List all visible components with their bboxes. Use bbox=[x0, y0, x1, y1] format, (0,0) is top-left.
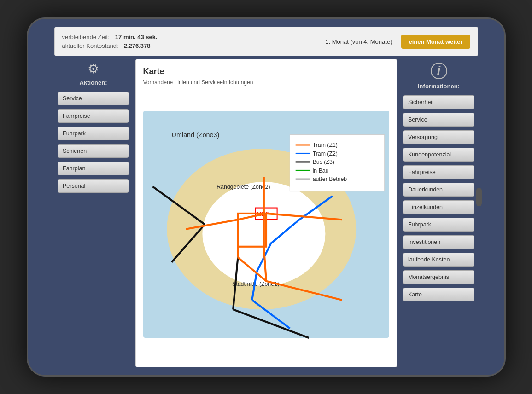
action-fahrplan-button[interactable]: Fahrplan bbox=[58, 162, 129, 175]
info-versorgung-button[interactable]: Versorgung bbox=[403, 130, 474, 144]
time-value: 17 min. 43 sek. bbox=[115, 34, 158, 41]
tablet-frame: verbleibende Zeit: 17 min. 43 sek. aktue… bbox=[27, 17, 506, 377]
svg-text:Umland (Zone3): Umland (Zone3) bbox=[171, 131, 219, 139]
balance-value: 2.276.378 bbox=[124, 42, 151, 49]
action-schienen-button[interactable]: Schienen bbox=[58, 144, 129, 158]
sidebar-left: ⚙ Aktionen: Service Fahrpreise Fuhrpark … bbox=[54, 59, 133, 367]
time-label: verbleibende Zeit: bbox=[62, 34, 110, 41]
month-info: 1. Monat (von 4. Monate) bbox=[325, 38, 392, 45]
header-bar: verbleibende Zeit: 17 min. 43 sek. aktue… bbox=[54, 27, 478, 56]
info-service-button[interactable]: Service bbox=[403, 113, 474, 127]
svg-text:außer Betrieb: außer Betrieb bbox=[312, 176, 347, 182]
gear-icon: ⚙ bbox=[88, 63, 99, 75]
info-karte-button[interactable]: Karte bbox=[403, 288, 474, 301]
scrollbar[interactable] bbox=[476, 188, 482, 206]
header-right: 1. Monat (von 4. Monate) einen Monat wei… bbox=[325, 35, 470, 49]
action-personal-button[interactable]: Personal bbox=[58, 179, 129, 193]
map-container: Umland (Zone3) Randgebiete (Zone2) Stadt… bbox=[143, 89, 389, 359]
aktionen-title: Aktionen: bbox=[80, 79, 107, 86]
map-subtitle: Vorhandene Linien und Serviceeinrichtung… bbox=[143, 79, 389, 86]
svg-text:in Bau: in Bau bbox=[312, 168, 328, 174]
info-fuhrpark-button[interactable]: Fuhrpark bbox=[403, 218, 474, 232]
info-investitionen-button[interactable]: Investitionen bbox=[403, 235, 474, 249]
balance-label: aktueller Kontostand: bbox=[62, 42, 118, 49]
info-sicherheit-button[interactable]: Sicherheit bbox=[403, 95, 474, 109]
info-dauerkunden-button[interactable]: Dauerkunden bbox=[403, 183, 474, 197]
info-laufende-kosten-button[interactable]: laufende Kosten bbox=[403, 253, 474, 267]
main-content: ⚙ Aktionen: Service Fahrpreise Fuhrpark … bbox=[54, 59, 478, 367]
next-month-button[interactable]: einen Monat weiter bbox=[401, 35, 470, 49]
svg-text:Tram (Z2): Tram (Z2) bbox=[312, 151, 337, 157]
svg-text:Bus  (Z3): Bus (Z3) bbox=[312, 159, 334, 165]
map-svg: Umland (Zone3) Randgebiete (Zone2) Stadt… bbox=[143, 89, 389, 359]
action-service-button[interactable]: Service bbox=[58, 92, 129, 105]
header-info: verbleibende Zeit: 17 min. 43 sek. aktue… bbox=[62, 34, 158, 49]
map-title: Karte bbox=[143, 67, 389, 76]
tablet-inner: verbleibende Zeit: 17 min. 43 sek. aktue… bbox=[54, 27, 478, 367]
informationen-title: Informationen: bbox=[418, 83, 460, 90]
info-kundenpotenzial-button[interactable]: Kundenpotenzial bbox=[403, 148, 474, 162]
info-icon: i bbox=[431, 63, 447, 79]
svg-text:Tram (Z1): Tram (Z1) bbox=[312, 142, 337, 148]
action-fuhrpark-button[interactable]: Fuhrpark bbox=[58, 127, 129, 140]
sidebar-right: i Informationen: Sicherheit Service Vers… bbox=[400, 59, 478, 367]
info-monatsergebnis-button[interactable]: Monatsergebnis bbox=[403, 270, 474, 284]
map-area: Karte Vorhandene Linien und Serviceeinri… bbox=[135, 59, 397, 367]
svg-text:Randgebiete (Zone2): Randgebiete (Zone2) bbox=[216, 184, 270, 190]
info-fahrpreise-button[interactable]: Fahrpreise bbox=[403, 165, 474, 179]
action-fahrpreise-button[interactable]: Fahrpreise bbox=[58, 109, 129, 123]
info-einzelkunden-button[interactable]: Einzelkunden bbox=[403, 200, 474, 214]
